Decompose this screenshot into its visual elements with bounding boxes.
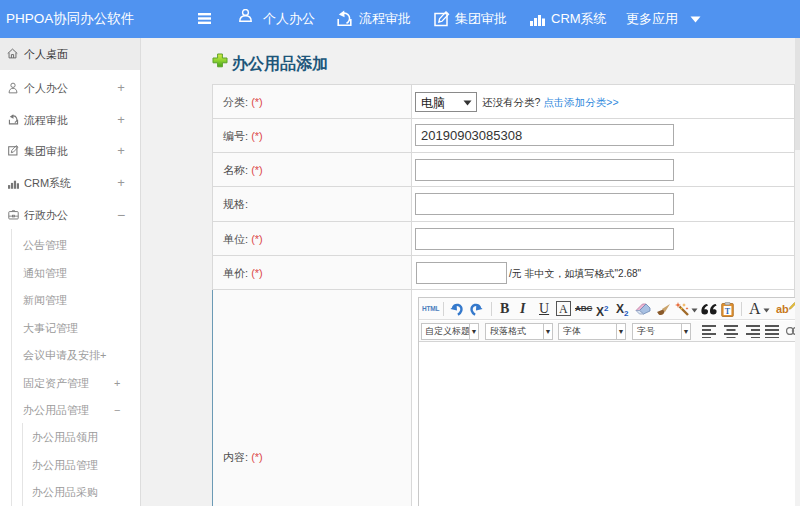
svg-text:T: T bbox=[725, 307, 731, 316]
